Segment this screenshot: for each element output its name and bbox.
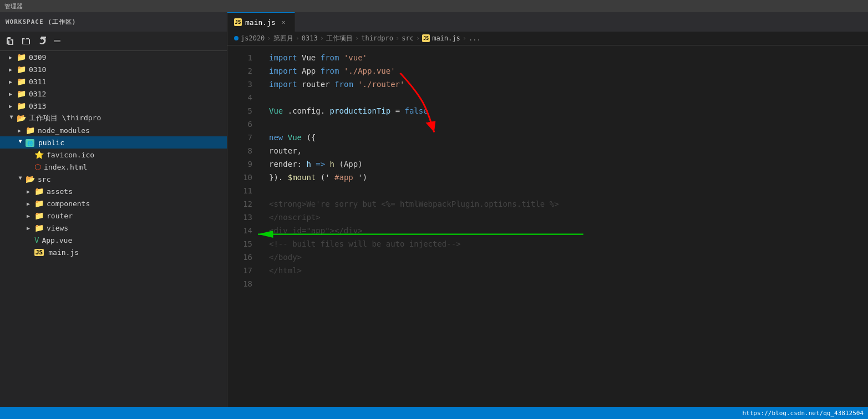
editor-area: JS main.js ✕ js2020 › 第四月 › 0313 › 工作项目 … [227,12,868,407]
code-line-9: render: h => h (App) [258,157,868,171]
code-line-4 [258,91,868,104]
sidebar: WORKSPACE (工作区) ▶ 📁 0309 [0,12,227,407]
folder-icon: 📁 [17,53,26,62]
code-line-10: }). $mount (' #app ') [258,171,868,184]
code-line-14: <div id="app"></div> [258,224,868,237]
components-folder-icon: 📁 [34,199,44,208]
code-line-15: <!-- built files will be auto injected--… [258,237,868,251]
folder-src-icon: 📂 [26,175,35,183]
tree-item-src[interactable]: ▶ 📂 src [0,173,227,185]
code-line-6 [258,117,868,131]
tree-item-favicon[interactable]: ▶ ⭐ favicon.ico [0,149,227,161]
code-line-17: </html> [258,264,868,277]
tree-item-views[interactable]: ▶ 📁 views [0,222,227,234]
tab-label: main.js [245,18,276,27]
svg-text:🌐: 🌐 [27,140,34,147]
collapse-button[interactable] [51,35,63,47]
assets-folder-icon: 📁 [34,187,44,196]
ico-file-icon: ⭐ [34,150,44,159]
tree-item-0311[interactable]: ▶ 📁 0311 [0,75,227,88]
file-dot-icon [234,36,238,40]
tree-item-components[interactable]: ▶ 📁 components [0,197,227,209]
tab-close-button[interactable]: ✕ [279,18,288,27]
new-folder-button[interactable] [20,35,32,47]
code-line-16: </body> [258,251,868,264]
tree-item-0313[interactable]: ▶ 📁 0313 [0,100,227,112]
code-line-13: </noscript> [258,211,868,224]
folder-icon: 📁 [17,65,26,74]
code-line-1: import Vue from 'vue' [258,51,868,64]
tree-item-main-js[interactable]: ▶ JS main.js [0,246,227,258]
tree-item-0312[interactable]: ▶ 📁 0312 [0,88,227,100]
folder-icon: 📁 [26,126,35,135]
tab-js-icon: JS [234,18,242,26]
folder-icon: 📁 [17,89,26,98]
breadcrumb-js-icon: JS [422,34,430,42]
code-line-2: import App from './App.vue' [258,64,868,78]
tree-item-thirdpro[interactable]: ▶ 📂 工作项目 \thirdpro [0,112,227,124]
tree-item-0310[interactable]: ▶ 📁 0310 [0,63,227,75]
tree-item-public[interactable]: ▶ 🌐 public [0,136,227,149]
sidebar-toolbar [0,32,227,51]
tree-item-index-html[interactable]: ▶ ⬡ index.html [0,161,227,173]
folder-icon: 📁 [17,101,26,110]
title-bar: 管理器 [0,0,868,12]
views-folder-icon: 📁 [34,223,44,232]
file-tree: ▶ 📁 0309 ▶ 📁 0310 ▶ 📁 0311 ▶ 📁 0312 [0,51,227,407]
new-file-button[interactable] [4,35,17,47]
folder-open-icon: 📂 [17,114,26,122]
refresh-button[interactable] [35,35,48,47]
code-line-5: Vue .config. productionTip = false [258,104,868,117]
tree-item-assets[interactable]: ▶ 📁 assets [0,185,227,197]
vue-file-icon: V [34,236,39,244]
status-url: https://blog.csdn.net/qq_43812504 [742,410,864,417]
folder-web-icon: 🌐 [26,138,35,147]
code-content[interactable]: import Vue from 'vue' import App from '.… [258,45,868,407]
code-line-12: <strong>We're sorry but <%= htmlWebpackP… [258,197,868,211]
js-file-icon: JS [34,249,44,256]
router-folder-icon: 📁 [34,211,44,220]
tree-item-node-modules[interactable]: ▶ 📁 node_modules [0,124,227,136]
line-numbers: 1 2 3 4 5 6 7 8 9 10 11 12 13 14 15 16 1… [227,45,258,407]
title-label: 管理器 [4,2,23,11]
code-editor: 1 2 3 4 5 6 7 8 9 10 11 12 13 14 15 16 1… [227,45,868,407]
code-line-11 [258,184,868,197]
tab-main-js[interactable]: JS main.js ✕ [227,12,295,32]
code-line-3: import router from './router' [258,78,868,91]
tab-bar: JS main.js ✕ [227,12,868,32]
html-file-icon: ⬡ [34,162,41,171]
tree-item-app-vue[interactable]: ▶ V App.vue [0,234,227,246]
breadcrumb: js2020 › 第四月 › 0313 › 工作项目 › thirdpro › … [227,32,868,45]
sidebar-header: WORKSPACE (工作区) [0,12,227,32]
tree-item-0309[interactable]: ▶ 📁 0309 [0,51,227,63]
code-line-7: new Vue ({ [258,131,868,144]
status-bar: https://blog.csdn.net/qq_43812504 [0,407,868,419]
folder-icon: 📁 [17,77,26,86]
code-line-8: router, [258,144,868,157]
tree-item-router[interactable]: ▶ 📁 router [0,209,227,222]
code-line-18 [258,277,868,290]
